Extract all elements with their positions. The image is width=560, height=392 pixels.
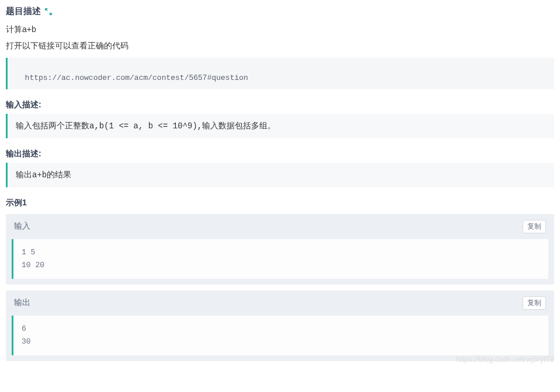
output-desc-title: 输出描述: — [6, 149, 554, 159]
input-desc-block: 输入包括两个正整数a,b(1 <= a, b <= 10^9),输入数据包括多组… — [6, 114, 554, 138]
problem-link-block: https://ac.nowcoder.com/acm/contest/5657… — [6, 58, 554, 89]
example-output-block: 输出 复制 6 30 — [6, 290, 554, 361]
expand-icon[interactable] — [44, 8, 53, 16]
example-input-label: 输入 — [14, 221, 30, 232]
input-desc-content: 输入包括两个正整数a,b(1 <= a, b <= 10^9),输入数据包括多组… — [16, 121, 276, 131]
example-output-content: 6 30 — [12, 316, 548, 355]
output-desc-block: 输出a+b的结果 — [6, 163, 554, 187]
output-desc-content: 输出a+b的结果 — [16, 170, 71, 180]
example-output-header: 输出 复制 — [6, 290, 554, 316]
copy-input-button[interactable]: 复制 — [523, 220, 546, 233]
problem-desc-line-2: 打开以下链接可以查看正确的代码 — [6, 39, 554, 53]
example-output-label: 输出 — [14, 298, 30, 308]
problem-link-text: https://ac.nowcoder.com/acm/contest/5657… — [25, 74, 248, 82]
problem-desc-line-1: 计算a+b — [6, 23, 554, 37]
problem-title-text: 题目描述 — [6, 6, 41, 17]
example-input-header: 输入 复制 — [6, 214, 554, 239]
example-input-block: 输入 复制 1 5 10 20 — [6, 214, 554, 285]
problem-title-heading: 题目描述 — [6, 6, 554, 17]
input-desc-title: 输入描述: — [6, 100, 554, 110]
copy-output-button[interactable]: 复制 — [523, 296, 546, 310]
example-title: 示例1 — [6, 198, 554, 208]
example-input-content: 1 5 10 20 — [12, 239, 548, 279]
